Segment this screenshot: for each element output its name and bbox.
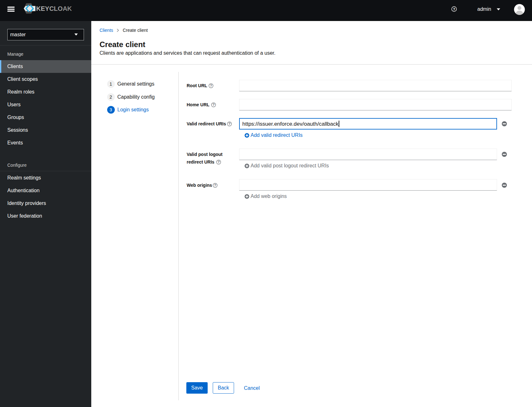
svg-text:?: ?	[218, 160, 219, 164]
svg-text:?: ?	[228, 122, 230, 126]
svg-text:?: ?	[212, 103, 214, 107]
svg-text:admin: admin	[477, 6, 491, 12]
svg-text:?: ?	[210, 84, 212, 88]
svg-text:KEYCLOAK: KEYCLOAK	[36, 5, 72, 12]
svg-text:?: ?	[214, 183, 216, 187]
svg-text:?: ?	[453, 7, 455, 11]
